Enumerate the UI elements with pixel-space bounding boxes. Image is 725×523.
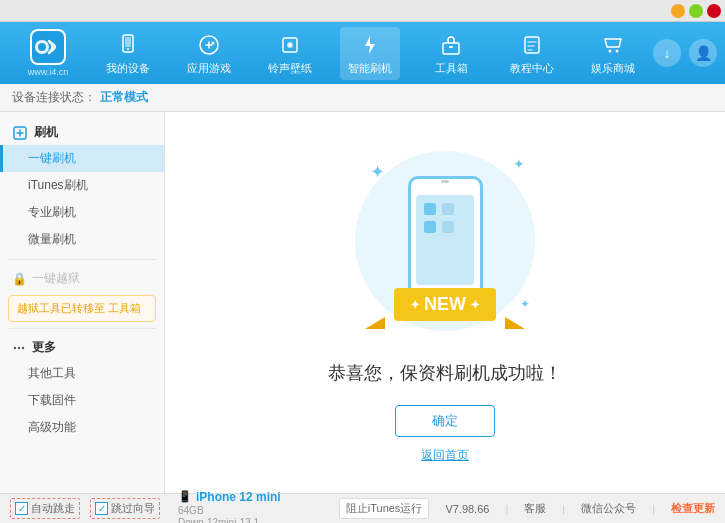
sparkle-top-left: ✦ xyxy=(370,161,385,183)
app-game-icon xyxy=(195,31,223,59)
flash-section-icon xyxy=(12,125,28,141)
device-info: 📱 iPhone 12 mini 64GB Down-12mini-13.1 xyxy=(178,490,281,524)
sidebar-item-itunes[interactable]: iTunes刷机 xyxy=(0,172,164,199)
auto-skip-label: 自动跳走 xyxy=(31,501,75,516)
ribbon-right xyxy=(505,317,525,329)
sidebar-item-one-click[interactable]: 一键刷机 xyxy=(0,145,164,172)
nav-items: 我的设备 应用游戏 铃声壁纸 xyxy=(88,27,653,80)
bottom-left: ✓ 自动跳走 ✓ 跳过向导 📱 iPhone 12 mini 64GB Down… xyxy=(10,490,339,524)
flash-section-title: 刷机 xyxy=(0,120,164,145)
nav-label-ringtone: 铃声壁纸 xyxy=(268,61,312,76)
toolbox-icon xyxy=(437,31,465,59)
main-content: 刷机 一键刷机 iTunes刷机 专业刷机 微量刷机 🔒 一键越狱 越狱工具已转… xyxy=(0,112,725,493)
nav-label-store: 娱乐商城 xyxy=(591,61,635,76)
confirm-button[interactable]: 确定 xyxy=(395,405,495,437)
sidebar-warning: 越狱工具已转移至 工具箱 xyxy=(8,295,156,322)
nav-my-device[interactable]: 我的设备 xyxy=(98,27,158,80)
title-bar xyxy=(0,0,725,22)
flash-section-label: 刷机 xyxy=(34,124,58,141)
nav-store[interactable]: 娱乐商城 xyxy=(583,27,643,80)
sidebar-item-download-firmware[interactable]: 下载固件 xyxy=(0,387,164,414)
nav-label-flash: 智能刷机 xyxy=(348,61,392,76)
skip-wizard-checkbox[interactable]: ✓ 跳过向导 xyxy=(90,498,160,519)
close-button[interactable] xyxy=(707,4,721,18)
svg-point-5 xyxy=(127,48,129,50)
update-link[interactable]: 检查更新 xyxy=(671,501,715,516)
content-area: ✦ ✦ ✦ NEW xyxy=(165,112,725,493)
sidebar-divider-2 xyxy=(8,328,156,329)
success-illustration: ✦ ✦ ✦ NEW xyxy=(345,141,545,341)
svg-point-15 xyxy=(615,49,618,52)
sidebar-divider-1 xyxy=(8,259,156,260)
phone-speaker xyxy=(441,180,449,183)
maximize-button[interactable] xyxy=(689,4,703,18)
auto-skip-checkbox[interactable]: ✓ 自动跳走 xyxy=(10,498,80,519)
nav-ringtone[interactable]: 铃声壁纸 xyxy=(260,27,320,80)
nav-label-toolbox: 工具箱 xyxy=(435,61,468,76)
logo-site: www.i4.cn xyxy=(28,67,69,77)
sparkle-bottom-right: ✦ xyxy=(520,297,530,311)
wechat-link[interactable]: 微信公众号 xyxy=(581,501,636,516)
nav-bar: www.i4.cn 我的设备 应用游戏 xyxy=(0,22,725,84)
skip-wizard-label: 跳过向导 xyxy=(111,501,155,516)
auto-skip-checkbox-box[interactable]: ✓ xyxy=(15,502,28,515)
lock-icon: 🔒 xyxy=(12,272,26,286)
my-device-icon xyxy=(114,31,142,59)
svg-rect-12 xyxy=(449,46,453,48)
block-itunes-button[interactable]: 阻止iTunes运行 xyxy=(339,498,430,519)
status-label: 设备连接状态： xyxy=(12,89,96,106)
minimize-button[interactable] xyxy=(671,4,685,18)
nav-label-app: 应用游戏 xyxy=(187,61,231,76)
return-link[interactable]: 返回首页 xyxy=(421,447,469,464)
sidebar-jailbreak-disabled: 🔒 一键越狱 xyxy=(0,266,164,291)
device-model: Down-12mini-13.1 xyxy=(178,517,259,524)
status-bar: 设备连接状态： 正常模式 xyxy=(0,84,725,112)
ribbon-left xyxy=(365,317,385,329)
tutorial-icon xyxy=(518,31,546,59)
success-message: 恭喜您，保资料刷机成功啦！ xyxy=(328,361,562,385)
svg-point-10 xyxy=(288,43,291,46)
svg-point-18 xyxy=(18,346,20,348)
phone-screen xyxy=(416,195,474,285)
user-button[interactable]: 👤 xyxy=(689,39,717,67)
svg-point-14 xyxy=(608,49,611,52)
svg-point-7 xyxy=(212,41,215,44)
version: V7.98.66 xyxy=(445,503,489,515)
bottom-right: 阻止iTunes运行 V7.98.66 | 客服 | 微信公众号 | 检查更新 xyxy=(339,498,715,519)
more-section-title: 更多 xyxy=(0,335,164,360)
nav-tutorial[interactable]: 教程中心 xyxy=(502,27,562,80)
nav-label-tutorial: 教程中心 xyxy=(510,61,554,76)
sidebar-item-pro[interactable]: 专业刷机 xyxy=(0,199,164,226)
sidebar-item-advanced[interactable]: 高级功能 xyxy=(0,414,164,441)
nav-right-actions: ↓ 👤 xyxy=(653,39,717,67)
status-value: 正常模式 xyxy=(100,89,148,106)
nav-app-game[interactable]: 应用游戏 xyxy=(179,27,239,80)
phone-screen-icons xyxy=(416,195,474,241)
device-name: iPhone 12 mini xyxy=(196,490,281,504)
smart-flash-icon xyxy=(356,31,384,59)
download-button[interactable]: ↓ xyxy=(653,39,681,67)
more-icon xyxy=(12,341,26,355)
svg-point-19 xyxy=(22,346,24,348)
nav-label-device: 我的设备 xyxy=(106,61,150,76)
svg-point-17 xyxy=(14,346,16,348)
store-icon xyxy=(599,31,627,59)
svg-rect-11 xyxy=(443,43,459,54)
nav-smart-flash[interactable]: 智能刷机 xyxy=(340,27,400,80)
svg-rect-4 xyxy=(125,37,131,47)
nav-toolbox[interactable]: 工具箱 xyxy=(421,27,481,80)
phone-shape xyxy=(408,176,483,306)
logo-icon xyxy=(30,29,66,65)
sidebar-item-micro[interactable]: 微量刷机 xyxy=(0,226,164,253)
bottom-bar: ✓ 自动跳走 ✓ 跳过向导 📱 iPhone 12 mini 64GB Down… xyxy=(0,493,725,523)
service-link[interactable]: 客服 xyxy=(524,501,546,516)
device-storage: 64GB xyxy=(178,505,204,516)
sparkle-top-right: ✦ xyxy=(513,156,525,172)
logo: www.i4.cn xyxy=(8,29,88,77)
ringtone-icon xyxy=(276,31,304,59)
svg-point-2 xyxy=(38,43,46,51)
skip-wizard-checkbox-box[interactable]: ✓ xyxy=(95,502,108,515)
sidebar-item-other-tools[interactable]: 其他工具 xyxy=(0,360,164,387)
new-badge: NEW xyxy=(394,288,496,321)
sidebar: 刷机 一键刷机 iTunes刷机 专业刷机 微量刷机 🔒 一键越狱 越狱工具已转… xyxy=(0,112,165,493)
